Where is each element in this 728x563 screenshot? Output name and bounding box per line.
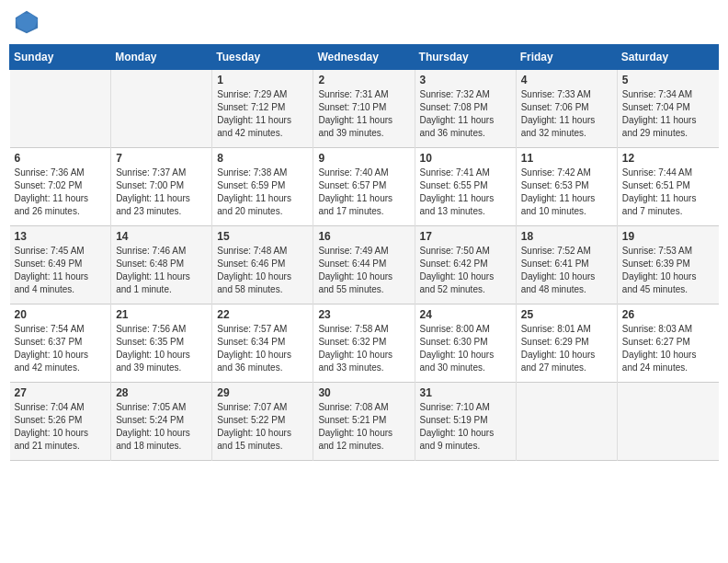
day-number: 14 bbox=[116, 230, 207, 243]
day-header-tuesday: Tuesday bbox=[212, 45, 313, 70]
calendar-cell bbox=[617, 383, 718, 461]
day-number: 26 bbox=[622, 308, 714, 321]
day-number: 2 bbox=[318, 74, 409, 86]
day-number: 21 bbox=[116, 308, 207, 321]
day-header-sunday: Sunday bbox=[10, 45, 111, 70]
day-info: Sunrise: 7:08 AM Sunset: 5:21 PM Dayligh… bbox=[318, 401, 409, 453]
day-number: 4 bbox=[521, 74, 612, 86]
day-number: 9 bbox=[318, 152, 409, 165]
calendar-cell: 27Sunrise: 7:04 AM Sunset: 5:26 PM Dayli… bbox=[10, 383, 111, 461]
calendar-cell bbox=[111, 70, 212, 148]
logo-icon bbox=[14, 9, 40, 35]
calendar-cell: 17Sunrise: 7:50 AM Sunset: 6:42 PM Dayli… bbox=[415, 226, 516, 304]
calendar-cell: 16Sunrise: 7:49 AM Sunset: 6:44 PM Dayli… bbox=[313, 226, 415, 304]
calendar-cell: 30Sunrise: 7:08 AM Sunset: 5:21 PM Dayli… bbox=[313, 383, 415, 461]
day-number: 23 bbox=[318, 308, 409, 321]
day-info: Sunrise: 7:57 AM Sunset: 6:34 PM Dayligh… bbox=[217, 323, 308, 374]
page-header bbox=[9, 9, 719, 35]
calendar-cell: 5Sunrise: 7:34 AM Sunset: 7:04 PM Daylig… bbox=[617, 70, 718, 148]
calendar-week-0: 1Sunrise: 7:29 AM Sunset: 7:12 PM Daylig… bbox=[10, 70, 719, 148]
calendar-cell: 19Sunrise: 7:53 AM Sunset: 6:39 PM Dayli… bbox=[617, 226, 718, 304]
day-info: Sunrise: 7:46 AM Sunset: 6:48 PM Dayligh… bbox=[116, 245, 207, 296]
calendar-cell: 7Sunrise: 7:37 AM Sunset: 7:00 PM Daylig… bbox=[111, 148, 212, 226]
day-info: Sunrise: 7:05 AM Sunset: 5:24 PM Dayligh… bbox=[116, 401, 207, 453]
calendar-cell: 21Sunrise: 7:56 AM Sunset: 6:35 PM Dayli… bbox=[111, 304, 212, 383]
day-info: Sunrise: 7:41 AM Sunset: 6:55 PM Dayligh… bbox=[420, 167, 511, 218]
calendar-cell bbox=[10, 70, 111, 148]
calendar-table: SundayMondayTuesdayWednesdayThursdayFrid… bbox=[9, 44, 719, 461]
day-info: Sunrise: 7:42 AM Sunset: 6:53 PM Dayligh… bbox=[521, 167, 612, 218]
day-number: 16 bbox=[318, 230, 409, 243]
day-info: Sunrise: 7:07 AM Sunset: 5:22 PM Dayligh… bbox=[217, 401, 308, 453]
day-header-wednesday: Wednesday bbox=[313, 45, 415, 70]
calendar-week-3: 20Sunrise: 7:54 AM Sunset: 6:37 PM Dayli… bbox=[10, 304, 719, 383]
day-info: Sunrise: 7:33 AM Sunset: 7:06 PM Dayligh… bbox=[521, 88, 612, 140]
day-info: Sunrise: 8:01 AM Sunset: 6:29 PM Dayligh… bbox=[521, 323, 612, 374]
day-info: Sunrise: 7:34 AM Sunset: 7:04 PM Dayligh… bbox=[622, 88, 714, 140]
day-header-monday: Monday bbox=[111, 45, 212, 70]
day-headers-row: SundayMondayTuesdayWednesdayThursdayFrid… bbox=[10, 45, 719, 70]
day-info: Sunrise: 8:03 AM Sunset: 6:27 PM Dayligh… bbox=[622, 323, 714, 374]
calendar-cell: 6Sunrise: 7:36 AM Sunset: 7:02 PM Daylig… bbox=[10, 148, 111, 226]
day-number: 10 bbox=[420, 152, 511, 165]
calendar-cell: 2Sunrise: 7:31 AM Sunset: 7:10 PM Daylig… bbox=[313, 70, 415, 148]
calendar-cell: 3Sunrise: 7:32 AM Sunset: 7:08 PM Daylig… bbox=[415, 70, 516, 148]
calendar-week-1: 6Sunrise: 7:36 AM Sunset: 7:02 PM Daylig… bbox=[10, 148, 719, 226]
calendar-cell: 1Sunrise: 7:29 AM Sunset: 7:12 PM Daylig… bbox=[212, 70, 313, 148]
day-info: Sunrise: 7:04 AM Sunset: 5:26 PM Dayligh… bbox=[15, 401, 107, 453]
day-info: Sunrise: 7:49 AM Sunset: 6:44 PM Dayligh… bbox=[318, 245, 409, 296]
calendar-cell: 23Sunrise: 7:58 AM Sunset: 6:32 PM Dayli… bbox=[313, 304, 415, 383]
day-info: Sunrise: 7:29 AM Sunset: 7:12 PM Dayligh… bbox=[217, 88, 308, 140]
day-info: Sunrise: 7:48 AM Sunset: 6:46 PM Dayligh… bbox=[217, 245, 308, 296]
calendar-cell: 14Sunrise: 7:46 AM Sunset: 6:48 PM Dayli… bbox=[111, 226, 212, 304]
day-number: 5 bbox=[622, 74, 714, 86]
day-number: 17 bbox=[420, 230, 511, 243]
day-number: 3 bbox=[420, 74, 511, 86]
calendar-cell bbox=[516, 383, 617, 461]
calendar-cell: 15Sunrise: 7:48 AM Sunset: 6:46 PM Dayli… bbox=[212, 226, 313, 304]
day-number: 6 bbox=[15, 152, 107, 165]
calendar-cell: 25Sunrise: 8:01 AM Sunset: 6:29 PM Dayli… bbox=[516, 304, 617, 383]
day-number: 13 bbox=[15, 230, 107, 243]
day-number: 12 bbox=[622, 152, 714, 165]
day-info: Sunrise: 7:38 AM Sunset: 6:59 PM Dayligh… bbox=[217, 167, 308, 218]
calendar-cell: 26Sunrise: 8:03 AM Sunset: 6:27 PM Dayli… bbox=[617, 304, 718, 383]
day-number: 25 bbox=[521, 308, 612, 321]
day-info: Sunrise: 7:32 AM Sunset: 7:08 PM Dayligh… bbox=[420, 88, 511, 140]
calendar-cell: 9Sunrise: 7:40 AM Sunset: 6:57 PM Daylig… bbox=[313, 148, 415, 226]
day-info: Sunrise: 7:58 AM Sunset: 6:32 PM Dayligh… bbox=[318, 323, 409, 374]
logo bbox=[14, 9, 41, 35]
calendar-cell: 20Sunrise: 7:54 AM Sunset: 6:37 PM Dayli… bbox=[10, 304, 111, 383]
calendar-cell: 12Sunrise: 7:44 AM Sunset: 6:51 PM Dayli… bbox=[617, 148, 718, 226]
calendar-week-4: 27Sunrise: 7:04 AM Sunset: 5:26 PM Dayli… bbox=[10, 383, 719, 461]
calendar-cell: 18Sunrise: 7:52 AM Sunset: 6:41 PM Dayli… bbox=[516, 226, 617, 304]
calendar-cell: 22Sunrise: 7:57 AM Sunset: 6:34 PM Dayli… bbox=[212, 304, 313, 383]
day-info: Sunrise: 7:37 AM Sunset: 7:00 PM Dayligh… bbox=[116, 167, 207, 218]
day-number: 1 bbox=[217, 74, 308, 86]
day-number: 18 bbox=[521, 230, 612, 243]
day-info: Sunrise: 7:31 AM Sunset: 7:10 PM Dayligh… bbox=[318, 88, 409, 140]
day-number: 15 bbox=[217, 230, 308, 243]
day-info: Sunrise: 7:44 AM Sunset: 6:51 PM Dayligh… bbox=[622, 167, 714, 218]
day-info: Sunrise: 7:36 AM Sunset: 7:02 PM Dayligh… bbox=[15, 167, 107, 218]
day-number: 19 bbox=[622, 230, 714, 243]
calendar-cell: 13Sunrise: 7:45 AM Sunset: 6:49 PM Dayli… bbox=[10, 226, 111, 304]
day-info: Sunrise: 7:10 AM Sunset: 5:19 PM Dayligh… bbox=[420, 401, 511, 453]
day-number: 22 bbox=[217, 308, 308, 321]
day-info: Sunrise: 7:53 AM Sunset: 6:39 PM Dayligh… bbox=[622, 245, 714, 296]
day-info: Sunrise: 8:00 AM Sunset: 6:30 PM Dayligh… bbox=[420, 323, 511, 374]
day-number: 27 bbox=[15, 386, 107, 399]
calendar-cell: 8Sunrise: 7:38 AM Sunset: 6:59 PM Daylig… bbox=[212, 148, 313, 226]
day-header-thursday: Thursday bbox=[415, 45, 516, 70]
day-info: Sunrise: 7:52 AM Sunset: 6:41 PM Dayligh… bbox=[521, 245, 612, 296]
day-number: 8 bbox=[217, 152, 308, 165]
day-info: Sunrise: 7:40 AM Sunset: 6:57 PM Dayligh… bbox=[318, 167, 409, 218]
day-number: 28 bbox=[116, 386, 207, 399]
day-info: Sunrise: 7:50 AM Sunset: 6:42 PM Dayligh… bbox=[420, 245, 511, 296]
day-info: Sunrise: 7:45 AM Sunset: 6:49 PM Dayligh… bbox=[15, 245, 107, 296]
calendar-week-2: 13Sunrise: 7:45 AM Sunset: 6:49 PM Dayli… bbox=[10, 226, 719, 304]
day-info: Sunrise: 7:54 AM Sunset: 6:37 PM Dayligh… bbox=[15, 323, 107, 374]
calendar-cell: 28Sunrise: 7:05 AM Sunset: 5:24 PM Dayli… bbox=[111, 383, 212, 461]
calendar-cell: 29Sunrise: 7:07 AM Sunset: 5:22 PM Dayli… bbox=[212, 383, 313, 461]
day-number: 30 bbox=[318, 386, 409, 399]
